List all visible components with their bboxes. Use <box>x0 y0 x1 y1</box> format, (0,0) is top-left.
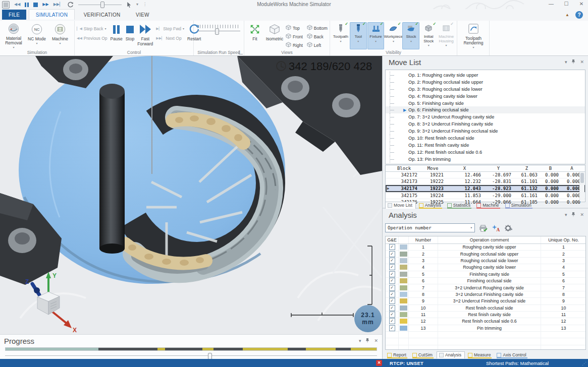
move-table-header-cell[interactable]: A <box>563 166 585 171</box>
move-table-scrollbar[interactable] <box>579 172 584 201</box>
tree-item-op-5[interactable]: Op. 5: Finishing cavity side <box>386 100 585 107</box>
enabled-checkbox[interactable]: ✓ <box>389 278 395 284</box>
enabled-checkbox[interactable]: ✓ <box>389 325 395 331</box>
tree-item-op-13[interactable]: Op. 13: Pin trimming <box>386 156 585 163</box>
enabled-checkbox[interactable]: ✓ <box>389 305 395 311</box>
analysis-table-header-cell[interactable]: G&E <box>386 236 399 243</box>
progress-menu-caret-icon[interactable]: ▾ <box>359 338 361 343</box>
analysis-dock-tab-cutsim[interactable]: CutSim <box>410 352 436 358</box>
tree-item-op-8[interactable]: Op. 8: 3+2 Undercut Finishing cavity sid… <box>386 120 585 128</box>
tool-visibility-button[interactable]: ✓Tool▾ <box>350 22 367 49</box>
stop-button[interactable]: Stop <box>126 22 135 49</box>
enabled-checkbox[interactable]: ✓ <box>389 291 395 297</box>
move-table-header-cell[interactable]: X <box>448 166 486 171</box>
analysis-dock-tab-report[interactable]: Report <box>385 352 409 358</box>
move-table-header-cell[interactable]: Z <box>516 166 542 171</box>
dock-tab-statistics[interactable]: Statistics <box>445 202 473 209</box>
progress-pin-icon[interactable] <box>365 338 369 343</box>
progress-slider[interactable] <box>5 353 377 359</box>
previous-op-button[interactable]: ◀◀Previous Op <box>77 35 108 41</box>
tree-item-op-6[interactable]: ▶Op. 6: Finishing occlusal side <box>386 106 585 113</box>
material-removal-button[interactable]: Material Removal ▾ <box>2 22 25 49</box>
maximize-button[interactable]: ☐ <box>563 1 570 7</box>
view-right-button[interactable]: Right <box>286 41 303 49</box>
enabled-checkbox[interactable]: ✓ <box>389 298 395 304</box>
color-labels-icon[interactable]: A <box>492 224 500 232</box>
fit-view-button[interactable]: Fit <box>246 22 263 49</box>
move-table-row[interactable]: 3421731922212.232-28.83161.1010.0000.000 <box>386 178 585 185</box>
analysis-table-header-cell[interactable] <box>399 236 409 243</box>
enabled-checkbox[interactable]: ✓ <box>389 318 395 324</box>
view-back-button[interactable]: Back <box>307 32 328 41</box>
view-front-button[interactable]: Front <box>286 32 303 41</box>
enabled-checkbox[interactable]: ✓ <box>389 264 395 270</box>
help-icon[interactable]: ? <box>575 11 583 19</box>
tree-item-op-9[interactable]: Op. 9: 3+2 Undercut Finishing occlusal s… <box>386 128 585 135</box>
analysis-table-row[interactable]: ✓3Roughing occlusal side lower3 <box>386 258 585 264</box>
analysis-close-icon[interactable]: ✕ <box>580 212 584 217</box>
initial-stock-visibility-button[interactable]: ✓Initial Stock▾ <box>420 22 437 49</box>
minimize-button[interactable]: — <box>548 1 555 7</box>
fast-forward-button[interactable]: Fast Forward <box>137 22 153 49</box>
move-table-header-cell[interactable]: Y <box>486 166 516 171</box>
tree-item-op-10[interactable]: Op. 10: Rest finish occlusal side <box>386 135 585 142</box>
analysis-dock-tab-measure[interactable]: Measure <box>466 352 494 358</box>
enabled-checkbox[interactable]: ✓ <box>389 271 395 277</box>
viewport[interactable]: Y Z X 342 189/620 428 23.1 mm <box>0 56 382 334</box>
move-table-header-cell[interactable]: B <box>542 166 563 171</box>
close-button[interactable]: ✕ <box>578 1 585 7</box>
machine-housing-visibility-button[interactable]: ✓Machine Housing▾ <box>438 22 455 49</box>
nc-mode-button[interactable]: NC NC Mode ▾ <box>25 22 48 49</box>
enabled-checkbox[interactable]: ✓ <box>389 251 395 257</box>
analysis-filter-dropdown[interactable]: Operation number ▾ <box>385 223 475 232</box>
move-list-menu-caret-icon[interactable]: ▾ <box>565 59 567 65</box>
analysis-table-row[interactable]: ✓12Rest finish occlusal side 0.612 <box>386 318 585 325</box>
view-left-button[interactable]: Left <box>307 41 328 49</box>
speed-dialog-launcher-icon[interactable] <box>239 50 243 54</box>
move-list-pin-icon[interactable] <box>571 59 575 65</box>
analysis-table-row[interactable]: ✓5Finishing cavity side5 <box>386 271 585 278</box>
step-fwd-button[interactable]: ▶▏Step Fwd▾ <box>156 25 184 32</box>
analysis-table-row[interactable]: ✓1Roughing cavity side upper1 <box>386 244 585 251</box>
dock-tab-machine[interactable]: Machine <box>474 202 502 209</box>
stock-visibility-button[interactable]: ✓Stock▾ <box>402 22 419 49</box>
tree-item-op-11[interactable]: Op. 11: Rest finish cavity side <box>386 142 585 149</box>
analysis-menu-caret-icon[interactable]: ▾ <box>565 212 567 217</box>
analysis-dock-tab-analysis[interactable]: Analysis <box>437 351 465 358</box>
fixture-visibility-button[interactable]: ✓Fixture▾ <box>367 22 385 49</box>
dock-tab-simulation[interactable]: Simulation <box>503 202 534 209</box>
tab-file[interactable]: FILE <box>2 10 26 20</box>
analysis-table-row[interactable]: ✓2Roughing occlusal side upper2 <box>386 251 585 257</box>
print-report-icon[interactable] <box>479 224 488 232</box>
machine-button[interactable]: Machine ▾ <box>48 22 72 49</box>
analysis-table-row[interactable]: ✓6Finishing occlusal side6 <box>386 278 585 284</box>
move-table-header-cell[interactable]: Block <box>391 166 422 171</box>
tab-simulation[interactable]: SIMULATION <box>29 9 75 20</box>
dock-tab-move-list[interactable]: Move List <box>385 202 416 209</box>
view-bottom-button[interactable]: Bottom <box>307 24 328 32</box>
collapse-ribbon-icon[interactable]: ▲ <box>565 13 569 17</box>
analysis-table-row[interactable]: ✓10Rest finish occlusal side10 <box>386 305 585 312</box>
enabled-checkbox[interactable]: ✓ <box>389 258 395 264</box>
toolpath-rendering-button[interactable]: Toolpath Rendering ▾ <box>459 22 488 49</box>
view-top-button[interactable]: Top <box>286 24 303 32</box>
analysis-table-row[interactable]: ✓4Roughing cavity side lower4 <box>386 264 585 271</box>
analysis-table-header-cell[interactable]: Number <box>409 236 438 243</box>
analysis-table-row[interactable]: ✓11Rest finish cavity side11 <box>386 312 585 318</box>
dock-tab-analysis[interactable]: Analysis <box>417 202 444 209</box>
tab-view[interactable]: VIEW <box>129 10 156 20</box>
tree-item-op-3[interactable]: Op. 3: Roughing occlusal side lower <box>386 86 585 93</box>
analysis-pin-icon[interactable] <box>571 212 575 217</box>
analysis-table-header-cell[interactable]: Operation comment <box>438 236 541 243</box>
isometric-view-button[interactable]: Isometric <box>263 22 286 49</box>
analysis-table-row[interactable]: ✓83+2 Undercut Finishing cavity side8 <box>386 291 585 298</box>
analysis-table-row[interactable]: ✓13Pin trimming13 <box>386 325 585 332</box>
move-table-header-cell[interactable]: Move <box>422 166 448 171</box>
analysis-dock-tab-axis-control[interactable]: Axis Control <box>495 352 529 358</box>
progress-close-icon[interactable]: ✕ <box>374 338 378 343</box>
status-error-icon[interactable]: ✕ <box>376 360 382 366</box>
tree-item-op-2[interactable]: Op. 2: Roughing occlusal side upper <box>386 79 585 86</box>
enabled-checkbox[interactable]: ✓ <box>389 285 395 291</box>
next-op-button[interactable]: ▶▶▏Next Op <box>156 35 184 41</box>
resize-grip-icon[interactable]: ⋰ <box>582 361 586 366</box>
